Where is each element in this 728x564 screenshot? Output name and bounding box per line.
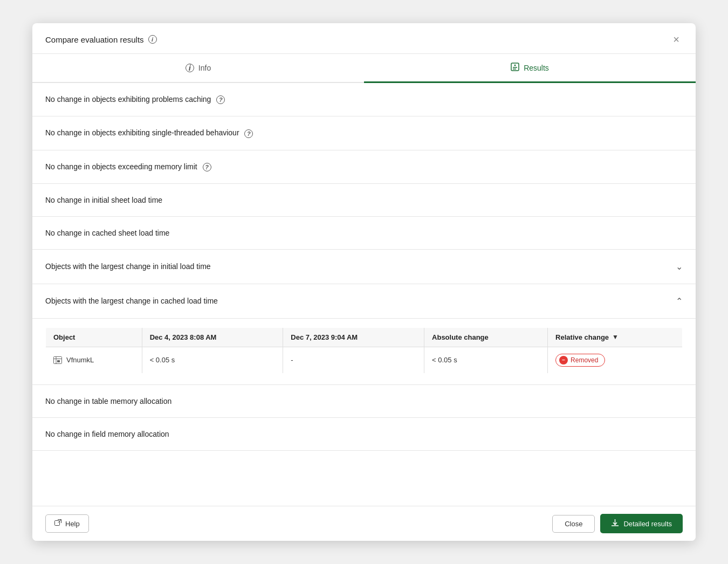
section-single-threaded: No change in objects exhibiting single-t… bbox=[32, 116, 696, 150]
external-link-icon bbox=[54, 519, 61, 528]
removed-label: Removed bbox=[571, 356, 598, 364]
section-cached-sheet-load: No change in cached sheet load time bbox=[32, 217, 696, 250]
section-cached-sheet-load-text: No change in cached sheet load time bbox=[45, 229, 169, 237]
modal-title: Compare evaluation results i bbox=[45, 35, 157, 44]
largest-cached-load-header[interactable]: Objects with the largest change in cache… bbox=[32, 284, 696, 319]
svg-rect-0 bbox=[511, 63, 519, 71]
section-single-threaded-text: No change in objects exhibiting single-t… bbox=[45, 128, 253, 137]
close-button[interactable]: Close bbox=[552, 515, 595, 533]
cell-object-name: VfnumkL bbox=[66, 356, 94, 364]
section-problems-caching-text: No change in objects exhibiting problems… bbox=[45, 95, 225, 104]
table-row: VfnumkL < 0.05 s - < 0.05 s − Removed bbox=[46, 347, 683, 373]
help-button[interactable]: Help bbox=[45, 514, 89, 533]
info-tab-icon: i bbox=[186, 64, 194, 72]
single-threaded-info-icon[interactable]: ? bbox=[244, 129, 253, 138]
tabs-bar: i Info Results bbox=[32, 54, 696, 83]
col-relative-change[interactable]: Relative change ▼ bbox=[548, 327, 683, 347]
section-largest-initial-load[interactable]: Objects with the largest change in initi… bbox=[32, 250, 696, 284]
table-memory-text: No change in table memory allocation bbox=[45, 397, 171, 405]
relative-change-sort-icon: ▼ bbox=[612, 333, 619, 341]
largest-initial-load-text: Objects with the largest change in initi… bbox=[45, 262, 211, 271]
col-object: Object bbox=[46, 327, 142, 347]
tab-results-label: Results bbox=[524, 64, 549, 72]
removed-icon: − bbox=[559, 356, 568, 364]
modal-close-button[interactable]: × bbox=[670, 33, 683, 46]
tab-results[interactable]: Results bbox=[364, 54, 696, 83]
removed-badge: − Removed bbox=[555, 354, 605, 367]
modal-header: Compare evaluation results i × bbox=[32, 23, 696, 54]
cell-relative-change: − Removed bbox=[548, 347, 683, 373]
tab-info[interactable]: i Info bbox=[32, 54, 364, 83]
title-text: Compare evaluation results bbox=[45, 35, 144, 44]
modal-footer: Help Close Detailed results bbox=[32, 506, 696, 541]
col-absolute-change: Absolute change bbox=[424, 327, 548, 347]
largest-cached-load-chevron-up-icon: ⌃ bbox=[676, 296, 683, 306]
col-dec4: Dec 4, 2023 8:08 AM bbox=[142, 327, 283, 347]
cell-dec4: < 0.05 s bbox=[142, 347, 283, 373]
section-initial-sheet-load: No change in initial sheet load time bbox=[32, 184, 696, 217]
svg-rect-8 bbox=[55, 521, 60, 526]
detailed-results-label: Detailed results bbox=[623, 520, 672, 528]
section-initial-sheet-load-text: No change in initial sheet load time bbox=[45, 196, 162, 204]
memory-limit-info-icon[interactable]: ? bbox=[203, 163, 211, 171]
detailed-results-button[interactable]: Detailed results bbox=[600, 514, 683, 533]
section-memory-limit: No change in objects exceeding memory li… bbox=[32, 150, 696, 184]
cell-absolute-change: < 0.05 s bbox=[424, 347, 548, 373]
cell-dec7: - bbox=[283, 347, 424, 373]
col-dec7: Dec 7, 2023 9:04 AM bbox=[283, 327, 424, 347]
help-label: Help bbox=[65, 520, 80, 528]
title-info-icon[interactable]: i bbox=[148, 35, 157, 44]
svg-point-1 bbox=[514, 65, 516, 66]
section-field-memory: No change in field memory allocation bbox=[32, 418, 696, 451]
svg-rect-7 bbox=[57, 360, 60, 362]
largest-initial-load-chevron-down-icon: ⌄ bbox=[676, 262, 683, 272]
results-table: Object Dec 4, 2023 8:08 AM Dec 7, 2023 9… bbox=[45, 327, 683, 374]
section-table-memory: No change in table memory allocation bbox=[32, 385, 696, 418]
section-problems-caching: No change in objects exhibiting problems… bbox=[32, 83, 696, 116]
object-table-icon bbox=[53, 356, 62, 364]
section-largest-cached-load: Objects with the largest change in cache… bbox=[32, 284, 696, 385]
table-wrapper: Object Dec 4, 2023 8:08 AM Dec 7, 2023 9… bbox=[32, 319, 696, 384]
footer-actions: Close Detailed results bbox=[552, 514, 683, 533]
download-icon bbox=[611, 519, 619, 528]
tab-info-label: Info bbox=[198, 64, 211, 72]
modal: Compare evaluation results i × i Info Re… bbox=[32, 23, 696, 541]
cell-object: VfnumkL bbox=[46, 347, 142, 373]
modal-body: No change in objects exhibiting problems… bbox=[32, 83, 696, 506]
largest-cached-load-text: Objects with the largest change in cache… bbox=[45, 297, 218, 305]
field-memory-text: No change in field memory allocation bbox=[45, 430, 169, 438]
section-memory-limit-text: No change in objects exceeding memory li… bbox=[45, 162, 211, 171]
problems-caching-info-icon[interactable]: ? bbox=[216, 95, 225, 104]
results-tab-icon bbox=[511, 63, 519, 73]
